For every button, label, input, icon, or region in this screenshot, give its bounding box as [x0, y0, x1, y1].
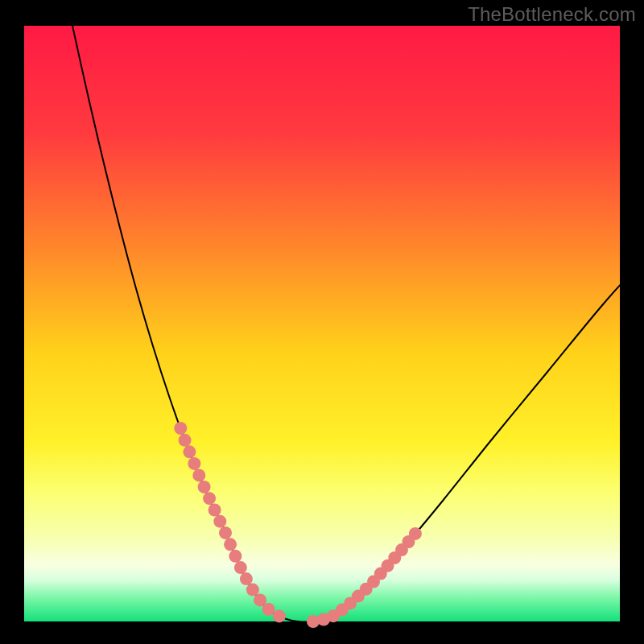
data-dot — [183, 445, 196, 458]
data-dot — [188, 457, 200, 470]
data-dot — [203, 492, 216, 505]
data-dot — [179, 434, 192, 447]
bottleneck-chart — [0, 0, 644, 644]
data-dot — [174, 422, 187, 435]
data-dot — [273, 609, 286, 622]
data-dot — [409, 527, 422, 540]
data-dot — [262, 603, 275, 616]
data-dot — [246, 584, 259, 597]
gradient-background — [24, 26, 620, 621]
data-dot — [240, 572, 253, 585]
data-dot — [224, 538, 237, 551]
data-dot — [198, 481, 211, 493]
watermark-text: TheBottleneck.com — [468, 3, 636, 26]
data-dot — [229, 550, 242, 563]
chart-stage: TheBottleneck.com — [0, 0, 644, 644]
data-dot — [213, 515, 226, 528]
data-dot — [219, 526, 232, 539]
data-dot — [208, 504, 221, 517]
data-dot — [234, 561, 247, 574]
data-dot — [192, 469, 205, 481]
